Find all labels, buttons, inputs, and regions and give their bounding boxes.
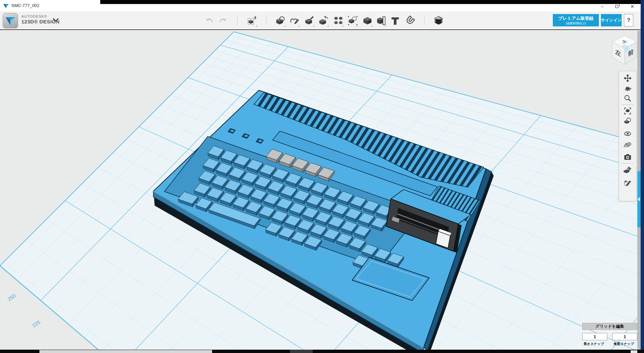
sketch-icon	[290, 16, 300, 26]
angle-snap-label: 角度スナップ	[614, 342, 634, 346]
menu-chevron-down-icon[interactable]	[53, 18, 59, 22]
premium-register-button[interactable]: プレミアム版登録 (商業利用向け)	[553, 14, 599, 26]
construct-icon	[433, 16, 444, 26]
tweak-icon	[304, 16, 314, 26]
toolbar-separator	[266, 15, 267, 25]
premium-sublabel: (商業利用向け)	[553, 21, 599, 26]
rail-separator	[622, 104, 634, 105]
combine-icon	[362, 16, 372, 26]
undo-icon	[205, 17, 214, 24]
taskbar-icon-segment[interactable]	[290, 350, 313, 353]
measure-icon	[376, 16, 386, 26]
minimize-button[interactable]: –	[597, 4, 607, 10]
scene-canvas	[0, 31, 641, 350]
panel-collapse-tab[interactable]	[637, 171, 641, 227]
rail-separator	[622, 163, 634, 163]
window-title: SMC-777_002	[11, 3, 39, 8]
move-scale-icon	[319, 16, 329, 26]
snap-object-tool[interactable]	[619, 165, 636, 175]
text-icon	[390, 16, 400, 25]
primitives-icon	[276, 16, 286, 26]
app-menu-logo[interactable]	[3, 13, 18, 28]
combine-tool[interactable]	[361, 14, 373, 27]
help-button[interactable]: ?	[624, 14, 633, 26]
view-cube[interactable]: 上 左 前	[609, 33, 640, 67]
restore-icon	[615, 5, 618, 8]
pattern-tool[interactable]	[332, 14, 344, 27]
tweak-tool[interactable]	[303, 14, 315, 27]
logo-triangle-icon	[3, 13, 18, 28]
grid-settings-panel: グリッドを編集 長さスナップ 角度スナップ	[582, 323, 637, 330]
toolbar-separator	[424, 15, 425, 25]
transform-icon	[247, 16, 257, 26]
undo-button[interactable]	[203, 14, 215, 27]
length-snap-input[interactable]	[582, 333, 607, 340]
show-hide-grid-tool[interactable]	[619, 140, 636, 150]
zoom-tool[interactable]	[619, 93, 636, 103]
visibility-tool[interactable]	[619, 129, 636, 139]
pan-tool[interactable]	[619, 73, 636, 83]
app-window: SMC-777_002 – ✕ AUTODESK® 123D® DESIGN	[0, 0, 644, 353]
signin-button[interactable]: サインイン	[601, 14, 622, 26]
orbit-tool	[619, 83, 636, 93]
collapse-arrow-icon	[638, 197, 640, 201]
app-logo-icon	[3, 3, 9, 9]
group-tool[interactable]	[347, 14, 359, 27]
main-toolbar: AUTODESK® 123D® DESIGN	[0, 12, 641, 30]
angle-snap-input[interactable]	[612, 333, 637, 340]
desktop-edge	[641, 0, 644, 350]
toolbar-separator	[237, 15, 237, 25]
text-tool[interactable]	[389, 14, 401, 27]
premium-label: プレミアム版登録	[553, 14, 599, 21]
primitives-tool[interactable]	[275, 14, 287, 27]
taskbar[interactable]	[0, 350, 644, 353]
redo-button[interactable]	[217, 14, 229, 27]
length-snap-label: 長さスナップ	[584, 342, 604, 346]
taskbar-tray-segment[interactable]	[631, 350, 637, 353]
desktop-strip	[100, 0, 644, 4]
fit-view-tool[interactable]	[619, 106, 636, 116]
outline-visibility-tool[interactable]	[619, 178, 636, 188]
taskbar-window-segment[interactable]	[39, 350, 212, 353]
pattern-icon	[334, 16, 343, 25]
snap-tool[interactable]	[404, 14, 416, 27]
edit-grid-button[interactable]: グリッドを編集	[582, 323, 637, 330]
redo-icon	[218, 17, 227, 24]
view-toolbar	[619, 71, 637, 201]
shading-tool[interactable]	[619, 116, 636, 126]
viewport-3d[interactable]: 250 225 上 左 前	[0, 31, 641, 350]
construct-tool[interactable]	[433, 14, 445, 27]
sketch-tool[interactable]	[289, 14, 301, 27]
transform-tool[interactable]	[246, 14, 258, 27]
measure-tool[interactable]	[375, 14, 387, 27]
magnet-icon	[405, 16, 415, 26]
group-icon	[348, 16, 358, 26]
close-button[interactable]: ✕	[627, 4, 637, 10]
restore-button[interactable]	[612, 4, 622, 10]
move-scale-tool[interactable]	[318, 14, 330, 27]
screenshot-tool[interactable]	[619, 152, 636, 162]
